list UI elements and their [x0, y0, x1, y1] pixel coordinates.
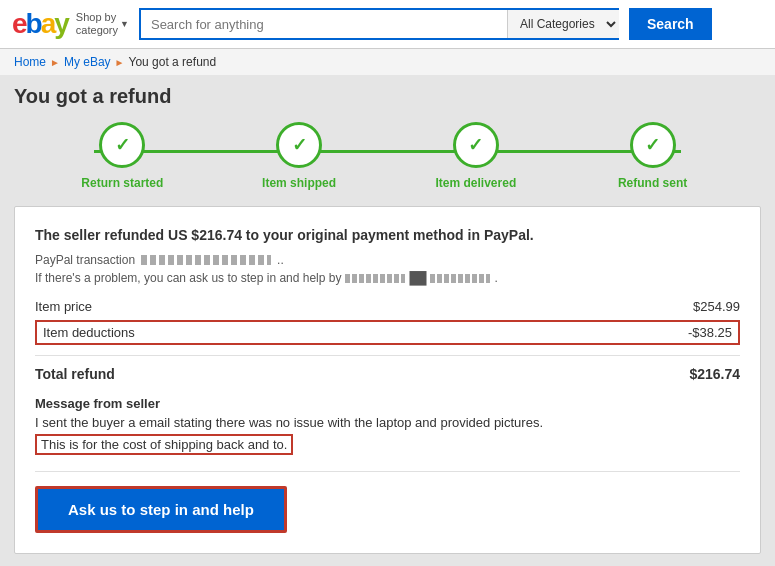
breadcrumb-current: You got a refund — [129, 55, 217, 69]
search-button[interactable]: Search — [629, 8, 712, 40]
breadcrumb-myebay[interactable]: My eBay — [64, 55, 111, 69]
ebay-logo: ebay — [12, 10, 68, 38]
step-return-started: ✓ Return started — [34, 122, 211, 190]
redacted-separator: ██ — [409, 271, 426, 285]
divider-1 — [35, 355, 740, 356]
refund-card: The seller refunded US $216.74 to your o… — [14, 206, 761, 554]
item-deductions-label: Item deductions — [43, 325, 135, 340]
seller-message-highlighted: This is for the cost of shipping back an… — [35, 434, 293, 455]
bottom-divider — [35, 471, 740, 472]
paypal-transaction-row: PayPal transaction .. — [35, 253, 740, 267]
item-deductions-row: Item deductions -$38.25 — [35, 320, 740, 345]
step-refund-sent: ✓ Refund sent — [564, 122, 741, 190]
search-input[interactable] — [141, 10, 507, 38]
breadcrumb-sep-2: ► — [115, 57, 125, 68]
step-circle-1: ✓ — [99, 122, 145, 168]
category-label: category — [76, 24, 118, 37]
ask-us-button[interactable]: Ask us to step in and help — [35, 486, 287, 533]
step-item-shipped: ✓ Item shipped — [211, 122, 388, 190]
step-circle-2: ✓ — [276, 122, 322, 168]
item-price-label: Item price — [35, 299, 92, 314]
logo-b: b — [26, 8, 41, 39]
step-item-delivered: ✓ Item delivered — [388, 122, 565, 190]
item-price-value: $254.99 — [693, 299, 740, 314]
breadcrumb-home[interactable]: Home — [14, 55, 46, 69]
seller-message: I sent the buyer a email stating there w… — [35, 415, 740, 455]
step-label-3: Item delivered — [436, 176, 517, 190]
category-select[interactable]: All Categories — [507, 10, 619, 38]
step-label-1: Return started — [81, 176, 163, 190]
logo-area: ebay Shop by category ▼ — [12, 10, 129, 38]
page-title: You got a refund — [14, 85, 761, 108]
total-refund-label: Total refund — [35, 366, 115, 382]
shop-by-label: Shop by — [76, 11, 118, 24]
logo-a: a — [41, 8, 55, 39]
shop-by-category[interactable]: Shop by category ▼ — [76, 11, 129, 37]
message-from-seller-label: Message from seller — [35, 396, 740, 411]
logo-y: y — [54, 8, 68, 39]
step-label-2: Item shipped — [262, 176, 336, 190]
breadcrumb-sep-1: ► — [50, 57, 60, 68]
period: . — [494, 271, 497, 285]
chevron-down-icon: ▼ — [120, 19, 129, 29]
search-bar: All Categories — [139, 8, 619, 40]
progress-steps: ✓ Return started ✓ Item shipped ✓ Item d… — [14, 122, 761, 190]
help-text: If there's a problem, you can ask us to … — [35, 271, 740, 285]
main-content: You got a refund ✓ Return started ✓ Item… — [0, 75, 775, 566]
step-circle-3: ✓ — [453, 122, 499, 168]
item-price-row: Item price $254.99 — [35, 299, 740, 314]
breadcrumb: Home ► My eBay ► You got a refund — [0, 49, 775, 75]
item-deductions-value: -$38.25 — [688, 325, 732, 340]
refund-headline: The seller refunded US $216.74 to your o… — [35, 227, 740, 243]
redacted-date — [345, 274, 405, 283]
redacted-time — [430, 274, 490, 283]
header: ebay Shop by category ▼ All Categories S… — [0, 0, 775, 49]
logo-e: e — [12, 8, 26, 39]
total-refund-row: Total refund $216.74 — [35, 366, 740, 382]
total-refund-value: $216.74 — [689, 366, 740, 382]
seller-message-text: I sent the buyer a email stating there w… — [35, 415, 543, 430]
step-circle-4: ✓ — [630, 122, 676, 168]
help-text-prefix: If there's a problem, you can ask us to … — [35, 271, 341, 285]
paypal-transaction-label: PayPal transaction — [35, 253, 135, 267]
transaction-dots: .. — [277, 253, 284, 267]
transaction-redacted — [141, 255, 271, 265]
step-label-4: Refund sent — [618, 176, 687, 190]
